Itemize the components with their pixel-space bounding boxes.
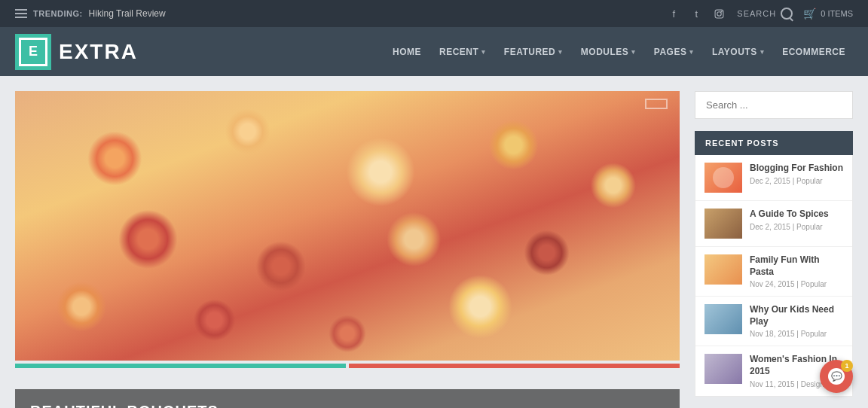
post-info: Family Fun With Pasta Nov 24, 2015 | Pop… bbox=[750, 254, 843, 288]
post-thumb-womens bbox=[704, 354, 742, 384]
logo-area[interactable]: E EXTRA bbox=[15, 34, 138, 70]
nav-bar: E EXTRA HOME RECENT▾ FEATURED▾ MODULES▾ … bbox=[0, 27, 868, 76]
search-input[interactable] bbox=[695, 91, 853, 119]
chevron-down-icon: ▾ bbox=[558, 48, 563, 56]
post-title[interactable]: Family Fun With Pasta bbox=[750, 254, 843, 278]
social-icons: f t bbox=[666, 6, 726, 21]
rose-pattern bbox=[15, 91, 680, 361]
recent-posts-list: Blogging For Fashion Dec 2, 2015 | Popul… bbox=[695, 155, 853, 397]
post-meta: Dec 2, 2015 | Popular bbox=[750, 177, 843, 185]
tab-red[interactable] bbox=[349, 364, 680, 368]
logo-box: E bbox=[15, 34, 51, 70]
recent-posts-section: RECENT POSTS Blogging For Fashion Dec 2,… bbox=[695, 131, 853, 397]
facebook-icon[interactable]: f bbox=[666, 6, 681, 21]
instagram-icon[interactable] bbox=[711, 6, 726, 21]
nav-layouts[interactable]: LAYOUTS▾ bbox=[704, 41, 772, 63]
post-title[interactable]: Why Our Kids Need Play bbox=[750, 304, 843, 327]
post-meta: Nov 18, 2015 | Popular bbox=[750, 330, 843, 338]
hamburger-icon[interactable] bbox=[15, 9, 27, 18]
chevron-down-icon: ▾ bbox=[760, 48, 765, 56]
chevron-down-icon: ▾ bbox=[689, 48, 694, 56]
logo-letter: E bbox=[19, 38, 47, 66]
nav-recent[interactable]: RECENT▾ bbox=[432, 41, 494, 63]
search-area[interactable]: SEARCH bbox=[737, 8, 793, 20]
list-item: Blogging For Fashion Dec 2, 2015 | Popul… bbox=[695, 155, 852, 201]
chat-icon: 💬 bbox=[828, 368, 845, 385]
svg-rect-0 bbox=[715, 10, 723, 18]
cart-area[interactable]: 🛒 0 ITEMS bbox=[803, 8, 853, 20]
post-title[interactable]: A Guide To Spices bbox=[750, 209, 843, 221]
nav-home[interactable]: HOME bbox=[385, 41, 429, 63]
chevron-down-icon: ▾ bbox=[631, 48, 636, 56]
recent-posts-title: RECENT POSTS bbox=[695, 131, 853, 155]
top-bar-left: TRENDING: Hiking Trail Review bbox=[15, 8, 166, 19]
trending-label: TRENDING: bbox=[33, 9, 83, 18]
post-thumb-kids bbox=[704, 304, 742, 334]
post-meta: Dec 2, 2015 | Popular bbox=[750, 223, 843, 231]
slideshow-indicator[interactable] bbox=[645, 99, 668, 109]
post-meta: Nov 24, 2015 | Popular bbox=[750, 280, 843, 288]
svg-point-2 bbox=[721, 11, 722, 11]
top-bar-right: f t SEARCH 🛒 0 ITEMS bbox=[666, 6, 853, 21]
post-thumb-pasta bbox=[704, 254, 742, 285]
nav-ecommerce[interactable]: ECOMMERCE bbox=[775, 41, 853, 63]
list-item: Why Our Kids Need Play Nov 18, 2015 | Po… bbox=[695, 297, 852, 346]
chevron-down-icon: ▾ bbox=[481, 48, 486, 56]
list-item: Family Fun With Pasta Nov 24, 2015 | Pop… bbox=[695, 247, 852, 297]
twitter-icon[interactable]: t bbox=[689, 6, 704, 21]
bottom-tabs bbox=[15, 364, 680, 368]
post-info: A Guide To Spices Dec 2, 2015 | Popular bbox=[750, 209, 843, 231]
trending-text: Hiking Trail Review bbox=[89, 8, 166, 19]
tab-teal[interactable] bbox=[15, 364, 346, 368]
nav-modules[interactable]: MODULES▾ bbox=[573, 41, 643, 63]
post-info: Blogging For Fashion Dec 2, 2015 | Popul… bbox=[750, 163, 843, 185]
nav-pages[interactable]: PAGES▾ bbox=[646, 41, 701, 63]
article-image bbox=[15, 91, 680, 361]
chat-badge: 1 bbox=[841, 360, 853, 372]
list-item: A Guide To Spices Dec 2, 2015 | Popular bbox=[695, 201, 852, 247]
article-caption: BEAUTIFUL BOUQUETS Posted by Jack Anders… bbox=[15, 389, 680, 408]
featured-article: BEAUTIFUL BOUQUETS Posted by Jack Anders… bbox=[15, 91, 680, 408]
top-bar: TRENDING: Hiking Trail Review f t SEARCH… bbox=[0, 0, 868, 27]
post-info: Why Our Kids Need Play Nov 18, 2015 | Po… bbox=[750, 304, 843, 338]
search-label: SEARCH bbox=[737, 9, 776, 18]
cart-items: 0 ITEMS bbox=[821, 9, 853, 18]
post-title[interactable]: Blogging For Fashion bbox=[750, 163, 843, 175]
post-thumb-fashion bbox=[704, 163, 742, 193]
logo-text: EXTRA bbox=[59, 40, 138, 64]
article-title: BEAUTIFUL BOUQUETS bbox=[30, 403, 665, 408]
search-icon[interactable] bbox=[781, 8, 793, 20]
cart-icon: 🛒 bbox=[803, 8, 816, 20]
chat-button[interactable]: 💬 1 bbox=[820, 360, 853, 393]
post-thumb-spices bbox=[704, 209, 742, 239]
nav-featured[interactable]: FEATURED▾ bbox=[497, 41, 570, 63]
svg-point-1 bbox=[717, 11, 721, 15]
nav-links: HOME RECENT▾ FEATURED▾ MODULES▾ PAGES▾ L… bbox=[385, 41, 853, 63]
main-content: BEAUTIFUL BOUQUETS Posted by Jack Anders… bbox=[0, 76, 868, 408]
